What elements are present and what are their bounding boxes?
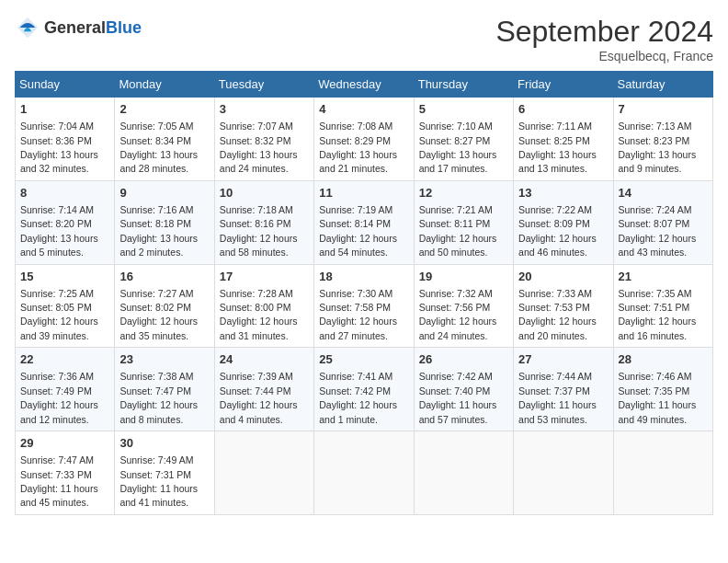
day-info: Sunrise: 7:36 AMSunset: 7:49 PMDaylight:… — [20, 371, 98, 424]
week-row-3: 15Sunrise: 7:25 AMSunset: 8:05 PMDayligh… — [16, 264, 713, 348]
day-number: 2 — [119, 101, 209, 118]
col-header-sunday: Sunday — [16, 72, 115, 98]
day-info: Sunrise: 7:13 AMSunset: 8:23 PMDaylight:… — [619, 121, 697, 174]
day-number: 12 — [419, 185, 508, 201]
day-info: Sunrise: 7:28 AMSunset: 8:00 PMDaylight:… — [220, 288, 298, 341]
empty-cell — [314, 431, 414, 515]
day-cell-5: 5Sunrise: 7:10 AMSunset: 8:27 PMDaylight… — [414, 98, 513, 181]
day-cell-6: 6Sunrise: 7:11 AMSunset: 8:25 PMDaylight… — [514, 98, 613, 181]
day-number: 3 — [220, 101, 309, 118]
day-info: Sunrise: 7:21 AMSunset: 8:11 PMDaylight:… — [419, 204, 497, 258]
col-header-saturday: Saturday — [613, 72, 712, 98]
day-number: 6 — [518, 101, 608, 118]
day-info: Sunrise: 7:33 AMSunset: 7:53 PMDaylight:… — [518, 288, 597, 341]
day-info: Sunrise: 7:46 AMSunset: 7:35 PMDaylight:… — [619, 371, 697, 424]
day-info: Sunrise: 7:19 AMSunset: 8:14 PMDaylight:… — [319, 204, 397, 258]
day-info: Sunrise: 7:04 AMSunset: 8:36 PMDaylight:… — [20, 121, 98, 174]
day-cell-14: 14Sunrise: 7:24 AMSunset: 8:07 PMDayligh… — [613, 180, 712, 264]
day-number: 4 — [319, 101, 408, 118]
day-cell-26: 26Sunrise: 7:42 AMSunset: 7:40 PMDayligh… — [414, 348, 513, 431]
empty-cell — [514, 431, 613, 515]
week-row-1: 1Sunrise: 7:04 AMSunset: 8:36 PMDaylight… — [16, 98, 713, 181]
day-info: Sunrise: 7:24 AMSunset: 8:07 PMDaylight:… — [619, 204, 697, 258]
day-cell-20: 20Sunrise: 7:33 AMSunset: 7:53 PMDayligh… — [514, 264, 613, 348]
day-number: 28 — [619, 351, 708, 368]
day-cell-27: 27Sunrise: 7:44 AMSunset: 7:37 PMDayligh… — [514, 348, 613, 431]
day-cell-22: 22Sunrise: 7:36 AMSunset: 7:49 PMDayligh… — [16, 348, 115, 431]
day-cell-9: 9Sunrise: 7:16 AMSunset: 8:18 PMDaylight… — [115, 180, 214, 264]
day-number: 13 — [518, 185, 608, 201]
day-cell-28: 28Sunrise: 7:46 AMSunset: 7:35 PMDayligh… — [613, 348, 712, 431]
day-number: 9 — [119, 185, 209, 201]
day-number: 18 — [319, 269, 408, 285]
day-cell-17: 17Sunrise: 7:28 AMSunset: 8:00 PMDayligh… — [214, 264, 313, 348]
logo-general: General — [44, 18, 106, 37]
day-info: Sunrise: 7:35 AMSunset: 7:51 PMDaylight:… — [619, 288, 697, 341]
day-number: 8 — [20, 185, 109, 201]
day-cell-19: 19Sunrise: 7:32 AMSunset: 7:56 PMDayligh… — [414, 264, 513, 348]
empty-cell — [214, 431, 313, 515]
day-number: 14 — [619, 185, 708, 201]
day-cell-21: 21Sunrise: 7:35 AMSunset: 7:51 PMDayligh… — [613, 264, 712, 348]
day-cell-12: 12Sunrise: 7:21 AMSunset: 8:11 PMDayligh… — [414, 180, 513, 264]
day-info: Sunrise: 7:08 AMSunset: 8:29 PMDaylight:… — [319, 121, 397, 174]
day-number: 29 — [20, 435, 109, 452]
day-info: Sunrise: 7:27 AMSunset: 8:02 PMDaylight:… — [119, 288, 198, 341]
week-row-4: 22Sunrise: 7:36 AMSunset: 7:49 PMDayligh… — [16, 348, 713, 431]
day-cell-10: 10Sunrise: 7:18 AMSunset: 8:16 PMDayligh… — [214, 180, 313, 264]
day-cell-15: 15Sunrise: 7:25 AMSunset: 8:05 PMDayligh… — [16, 264, 115, 348]
day-cell-11: 11Sunrise: 7:19 AMSunset: 8:14 PMDayligh… — [314, 180, 414, 264]
day-cell-1: 1Sunrise: 7:04 AMSunset: 8:36 PMDaylight… — [16, 98, 115, 181]
day-info: Sunrise: 7:30 AMSunset: 7:58 PMDaylight:… — [319, 288, 397, 341]
day-info: Sunrise: 7:32 AMSunset: 7:56 PMDaylight:… — [419, 288, 497, 341]
day-number: 26 — [419, 351, 508, 368]
logo-text: GeneralBlue — [44, 19, 142, 37]
day-number: 5 — [419, 101, 508, 118]
title-area: September 2024 Esquelbecq, France — [495, 15, 713, 63]
location: Esquelbecq, France — [495, 49, 713, 63]
day-number: 25 — [319, 351, 408, 368]
day-number: 15 — [20, 269, 109, 285]
logo-blue: Blue — [106, 18, 142, 37]
day-info: Sunrise: 7:14 AMSunset: 8:20 PMDaylight:… — [20, 204, 98, 258]
day-number: 19 — [419, 269, 508, 285]
day-cell-24: 24Sunrise: 7:39 AMSunset: 7:44 PMDayligh… — [214, 348, 313, 431]
day-cell-30: 30Sunrise: 7:49 AMSunset: 7:31 PMDayligh… — [115, 431, 214, 515]
day-info: Sunrise: 7:38 AMSunset: 7:47 PMDaylight:… — [119, 371, 198, 424]
day-cell-23: 23Sunrise: 7:38 AMSunset: 7:47 PMDayligh… — [115, 348, 214, 431]
day-number: 10 — [220, 185, 309, 201]
day-cell-25: 25Sunrise: 7:41 AMSunset: 7:42 PMDayligh… — [314, 348, 414, 431]
calendar-table: SundayMondayTuesdayWednesdayThursdayFrid… — [15, 71, 713, 515]
day-cell-4: 4Sunrise: 7:08 AMSunset: 8:29 PMDaylight… — [314, 98, 414, 181]
calendar-header-row: SundayMondayTuesdayWednesdayThursdayFrid… — [16, 72, 713, 98]
day-number: 23 — [119, 351, 209, 368]
day-cell-16: 16Sunrise: 7:27 AMSunset: 8:02 PMDayligh… — [115, 264, 214, 348]
day-number: 30 — [119, 435, 209, 452]
empty-cell — [613, 431, 712, 515]
week-row-2: 8Sunrise: 7:14 AMSunset: 8:20 PMDaylight… — [16, 180, 713, 264]
col-header-tuesday: Tuesday — [214, 72, 313, 98]
day-number: 27 — [518, 351, 608, 368]
day-info: Sunrise: 7:25 AMSunset: 8:05 PMDaylight:… — [20, 288, 98, 341]
page-header: GeneralBlue September 2024 Esquelbecq, F… — [15, 15, 713, 63]
day-number: 16 — [119, 269, 209, 285]
col-header-monday: Monday — [115, 72, 214, 98]
day-cell-2: 2Sunrise: 7:05 AMSunset: 8:34 PMDaylight… — [115, 98, 214, 181]
day-info: Sunrise: 7:39 AMSunset: 7:44 PMDaylight:… — [220, 371, 298, 424]
day-info: Sunrise: 7:49 AMSunset: 7:31 PMDaylight:… — [119, 454, 198, 508]
empty-cell — [414, 431, 513, 515]
day-info: Sunrise: 7:42 AMSunset: 7:40 PMDaylight:… — [419, 371, 497, 424]
day-number: 24 — [220, 351, 309, 368]
day-number: 7 — [619, 101, 708, 118]
month-title: September 2024 — [495, 15, 713, 49]
day-number: 21 — [619, 269, 708, 285]
day-cell-13: 13Sunrise: 7:22 AMSunset: 8:09 PMDayligh… — [514, 180, 613, 264]
day-info: Sunrise: 7:10 AMSunset: 8:27 PMDaylight:… — [419, 121, 497, 174]
col-header-friday: Friday — [514, 72, 613, 98]
day-number: 1 — [20, 101, 109, 118]
logo-icon — [15, 15, 40, 40]
day-cell-7: 7Sunrise: 7:13 AMSunset: 8:23 PMDaylight… — [613, 98, 712, 181]
day-cell-8: 8Sunrise: 7:14 AMSunset: 8:20 PMDaylight… — [16, 180, 115, 264]
day-number: 11 — [319, 185, 408, 201]
logo: GeneralBlue — [15, 15, 142, 40]
